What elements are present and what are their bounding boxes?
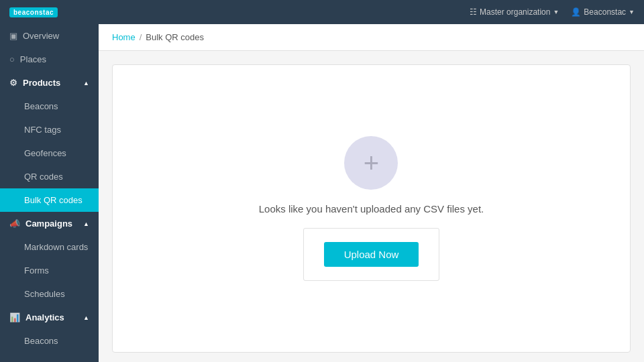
org-label: Master organization [480, 7, 550, 17]
sidebar-item-qr-codes[interactable]: QR codes [0, 165, 99, 188]
breadcrumb: Home / Bulk QR codes [99, 24, 644, 51]
content-area: Home / Bulk QR codes + Looks like you ha… [99, 24, 644, 362]
sidebar-label-products: Products [23, 78, 60, 88]
chevron-down-icon: ▼ [553, 9, 559, 15]
sidebar-section-campaigns[interactable]: 📣 Campaigns ▲ [0, 212, 99, 235]
upload-button-wrapper: Upload Now [303, 228, 440, 281]
overview-icon: ▣ [9, 31, 17, 41]
sidebar-label-places: Places [20, 54, 46, 64]
sidebar-label-beacons: Beacons [24, 101, 58, 111]
products-section-left: ⚙ Products [9, 78, 60, 88]
sidebar-item-markdown-cards[interactable]: Markdown cards [0, 235, 99, 259]
navbar-brand: beaconstac [9, 7, 58, 17]
org-icon: ☷ [470, 7, 477, 17]
sidebar-item-analytics-beacons[interactable]: Beacons [0, 329, 99, 353]
sidebar-label-markdown-cards: Markdown cards [24, 242, 88, 252]
breadcrumb-home[interactable]: Home [112, 32, 136, 42]
places-icon: ○ [9, 54, 15, 64]
sidebar-label-geofences: Geofences [24, 148, 66, 158]
sidebar-item-overview[interactable]: ▣ Overview [0, 24, 99, 48]
navbar: beaconstac ☷ Master organization ▼ 👤 Bea… [0, 0, 644, 24]
analytics-icon: 📊 [9, 312, 20, 322]
plus-icon: + [364, 148, 379, 178]
sidebar-label-qr-codes: QR codes [24, 172, 63, 182]
navbar-logo: beaconstac [9, 7, 58, 17]
org-selector[interactable]: ☷ Master organization ▼ [470, 7, 559, 17]
campaigns-icon: 📣 [9, 219, 20, 229]
sidebar-item-bulk-qr-codes[interactable]: Bulk QR codes [0, 188, 99, 212]
sidebar-label-campaigns: Campaigns [25, 219, 72, 229]
sidebar-item-places[interactable]: ○ Places [0, 48, 99, 71]
empty-state: + Looks like you haven't uploaded any CS… [232, 109, 511, 308]
sidebar-item-geofences[interactable]: Geofences [0, 141, 99, 165]
campaigns-chevron-icon: ▲ [83, 221, 89, 227]
user-label: Beaconstac [584, 7, 626, 17]
navbar-right: ☷ Master organization ▼ 👤 Beaconstac ▼ [470, 7, 635, 17]
user-icon: 👤 [571, 7, 581, 17]
breadcrumb-separator: / [140, 32, 142, 42]
sidebar-label-analytics-beacons: Beacons [24, 336, 58, 346]
analytics-chevron-icon: ▲ [83, 314, 89, 321]
chevron-down-icon: ▼ [629, 9, 635, 15]
sidebar-label-bulk-qr-codes: Bulk QR codes [24, 195, 83, 205]
sidebar-item-schedules[interactable]: Schedules [0, 282, 99, 306]
products-icon: ⚙ [9, 78, 17, 88]
products-chevron-icon: ▲ [83, 80, 89, 86]
sidebar-section-products[interactable]: ⚙ Products ▲ [0, 71, 99, 95]
sidebar-label-nfc-tags: NFC tags [24, 125, 61, 135]
content-card: + Looks like you haven't uploaded any CS… [112, 64, 631, 353]
sidebar-label-overview: Overview [23, 31, 59, 41]
upload-now-button[interactable]: Upload Now [324, 242, 419, 267]
sidebar-item-nfc-tags[interactable]: NFC tags [0, 118, 99, 141]
sidebar-label-analytics: Analytics [25, 312, 64, 322]
sidebar-item-forms[interactable]: Forms [0, 259, 99, 282]
breadcrumb-current: Bulk QR codes [146, 32, 204, 42]
empty-state-icon: + [344, 136, 398, 190]
sidebar-item-beacons[interactable]: Beacons [0, 95, 99, 118]
main-content: + Looks like you haven't uploaded any CS… [99, 51, 644, 362]
analytics-section-left: 📊 Analytics [9, 312, 64, 322]
main-layout: ▣ Overview ○ Places ⚙ Products ▲ Beacons… [0, 24, 644, 362]
sidebar: ▣ Overview ○ Places ⚙ Products ▲ Beacons… [0, 24, 99, 362]
sidebar-label-forms: Forms [24, 265, 49, 276]
user-selector[interactable]: 👤 Beaconstac ▼ [571, 7, 635, 17]
sidebar-label-schedules: Schedules [24, 289, 65, 299]
empty-state-message: Looks like you haven't uploaded any CSV … [259, 203, 484, 215]
sidebar-section-analytics[interactable]: 📊 Analytics ▲ [0, 306, 99, 329]
campaigns-section-left: 📣 Campaigns [9, 219, 72, 229]
